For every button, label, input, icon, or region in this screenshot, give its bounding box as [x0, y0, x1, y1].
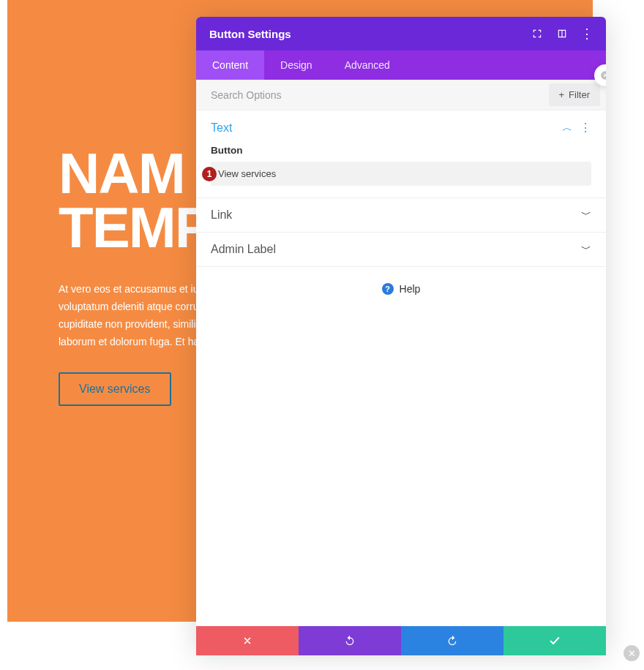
cancel-button[interactable] [196, 626, 299, 655]
expand-icon[interactable] [531, 28, 543, 39]
button-text-input[interactable] [211, 162, 591, 186]
section-header-text[interactable]: Text ︿ ⋮ [196, 110, 606, 145]
tab-advanced[interactable]: Advanced [329, 50, 406, 80]
section-title: Text [211, 121, 232, 135]
undo-button[interactable] [299, 626, 401, 655]
kebab-menu-icon[interactable]: ⋮ [580, 121, 591, 135]
section-admin-label: Admin Label ﹀ [196, 233, 606, 267]
filter-button[interactable]: + Filter [549, 83, 600, 106]
field-label-button: Button [211, 145, 591, 156]
section-header-admin[interactable]: Admin Label ﹀ [196, 233, 606, 266]
plus-icon: + [559, 89, 565, 100]
chevron-down-icon: ﹀ [581, 243, 591, 256]
hero-paragraph: At vero eos et accusamus et iusto volupt… [59, 281, 220, 350]
view-services-button[interactable]: View services [59, 372, 171, 406]
tabs: Content Design Advanced [196, 50, 606, 80]
help-label: Help [400, 283, 421, 295]
minimize-icon[interactable]: ✕ [624, 645, 640, 661]
help-row[interactable]: ? Help [196, 267, 606, 311]
modal-title: Button Settings [209, 28, 291, 40]
section-content-text: Button 1 [196, 145, 606, 197]
panel-layout-icon[interactable] [556, 28, 568, 39]
chevron-down-icon: ﹀ [581, 208, 591, 222]
section-link: Link ﹀ [196, 198, 606, 233]
help-icon: ? [382, 283, 394, 295]
button-settings-modal: Button Settings ⋮ Content Design Advance… [196, 17, 606, 655]
tab-content[interactable]: Content [196, 50, 264, 80]
section-header-link[interactable]: Link ﹀ [196, 198, 606, 232]
search-input[interactable] [196, 80, 549, 110]
save-button[interactable] [503, 626, 606, 655]
filter-label: Filter [569, 89, 590, 100]
text-field-wrap: 1 [211, 162, 591, 186]
annotation-marker-1: 1 [202, 167, 217, 181]
section-text: Text ︿ ⋮ Button 1 [196, 110, 606, 198]
chevron-up-icon: ︿ [562, 121, 572, 135]
tab-design[interactable]: Design [264, 50, 329, 80]
panel-body: Text ︿ ⋮ Button 1 Link ﹀ Ad [196, 110, 606, 626]
section-title: Link [211, 208, 232, 222]
search-row: + Filter [196, 80, 606, 110]
modal-header: Button Settings ⋮ [196, 17, 606, 50]
kebab-menu-icon[interactable]: ⋮ [581, 28, 593, 39]
section-title: Admin Label [211, 243, 276, 256]
redo-button[interactable] [401, 626, 503, 655]
modal-footer [196, 626, 606, 655]
header-actions: ⋮ [531, 28, 593, 39]
